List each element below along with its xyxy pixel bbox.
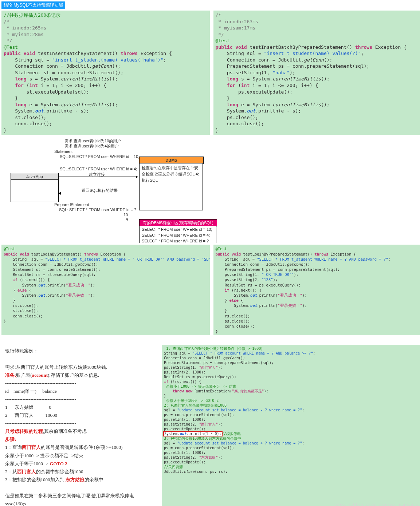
dbms-diagram: 需求:查询user表中id为10的用户 需求:查询user表中id为4的用户 S…	[1, 138, 420, 240]
dbms-box: DBMS	[139, 157, 204, 164]
error-highlight: System.out.println(1 / 0);	[164, 432, 222, 436]
code-login-statement: @Test public void testLoginByStatement()…	[1, 245, 210, 335]
watermark: http://blog.csdn.net/qq_35427437	[334, 503, 419, 506]
code-insert-prepared: /* * innodb:263ms * myisam:17ms */ @Test…	[213, 11, 420, 135]
conclusion-tag: 结论:MySQL不支持预编译功能	[1, 1, 65, 9]
code-transfer: 1: 查询西门官人的账号是否满足转账条件（余额 >=1000） String s…	[162, 345, 420, 506]
dbms-cache-box: 有的DBMS有缓冲区(缓存编译好的SQL)	[139, 219, 217, 226]
code-login-prepared: @Test public void testLoginByPreparedSta…	[213, 245, 420, 335]
java-app-box: Java App	[11, 173, 59, 180]
bank-transfer-doc: 银行转账案例： 需求:从西门官人的账号上转给东方姑娘1000块钱. 准备:账户表…	[1, 345, 158, 506]
code-insert-statement: //往数据库插入200条记录 /* * innodb:265ms * myisa…	[1, 11, 210, 135]
